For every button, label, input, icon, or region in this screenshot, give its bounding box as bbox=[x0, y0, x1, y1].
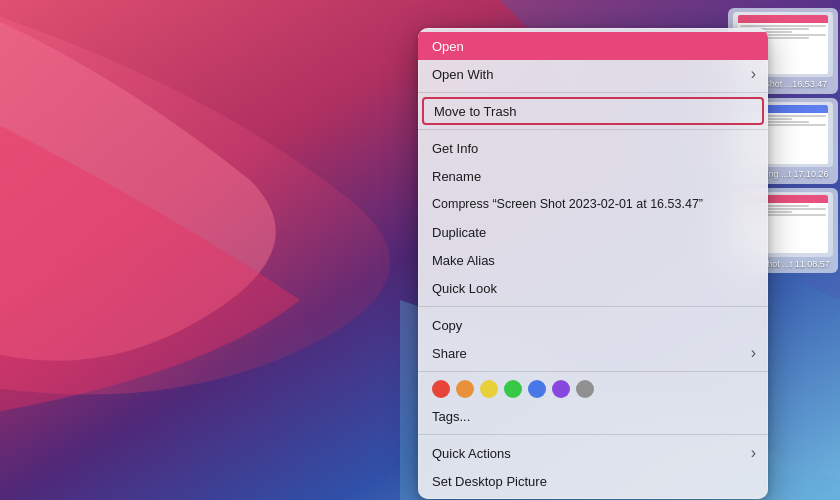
tag-dot-purple[interactable] bbox=[552, 380, 570, 398]
menu-item-compress[interactable]: Compress “Screen Shot 2023-02-01 at 16.5… bbox=[418, 190, 768, 218]
separator-5 bbox=[418, 434, 768, 435]
separator-4 bbox=[418, 371, 768, 372]
menu-item-quick-actions[interactable]: Quick Actions bbox=[418, 439, 768, 467]
menu-item-open[interactable]: Open bbox=[418, 32, 768, 60]
menu-item-tags[interactable]: Tags... bbox=[418, 402, 768, 430]
tag-dot-red[interactable] bbox=[432, 380, 450, 398]
tag-dot-green[interactable] bbox=[504, 380, 522, 398]
tag-dot-blue[interactable] bbox=[528, 380, 546, 398]
menu-item-share[interactable]: Share bbox=[418, 339, 768, 367]
menu-item-duplicate[interactable]: Duplicate bbox=[418, 218, 768, 246]
tag-dot-yellow[interactable] bbox=[480, 380, 498, 398]
tag-dot-gray[interactable] bbox=[576, 380, 594, 398]
menu-item-copy[interactable]: Copy bbox=[418, 311, 768, 339]
menu-item-quick-look[interactable]: Quick Look bbox=[418, 274, 768, 302]
menu-item-set-desktop[interactable]: Set Desktop Picture bbox=[418, 467, 768, 495]
separator-3 bbox=[418, 306, 768, 307]
separator-2 bbox=[418, 129, 768, 130]
menu-item-rename[interactable]: Rename bbox=[418, 162, 768, 190]
separator-1 bbox=[418, 92, 768, 93]
tags-color-row bbox=[418, 376, 768, 402]
menu-item-make-alias[interactable]: Make Alias bbox=[418, 246, 768, 274]
context-menu: Open Open With Move to Trash Get Info Re… bbox=[418, 28, 768, 499]
menu-item-open-with[interactable]: Open With bbox=[418, 60, 768, 88]
menu-item-get-info[interactable]: Get Info bbox=[418, 134, 768, 162]
tag-dot-orange[interactable] bbox=[456, 380, 474, 398]
menu-item-move-to-trash[interactable]: Move to Trash bbox=[422, 97, 764, 125]
